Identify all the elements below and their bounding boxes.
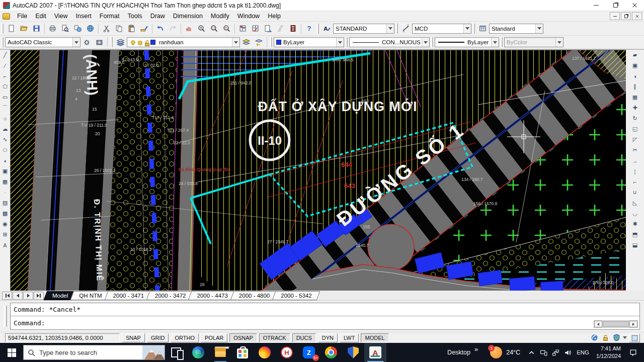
tray-volume-icon[interactable] [561,345,574,359]
pan-button[interactable] [183,23,195,34]
menu-item-modify[interactable]: Modify [207,12,233,21]
taskbar-antivirus-icon[interactable] [342,343,364,362]
restore-button[interactable] [606,0,625,11]
linetype-dropdown[interactable]: CON...NUOUS [349,37,430,47]
draw-hatch-button[interactable]: ▨ [1,198,10,208]
status-toggle-otrack[interactable]: OTRACK [259,333,290,342]
toolbar-grip[interactable] [2,24,4,34]
layout-tab-2000-4800[interactable]: 2000 - 4800 [232,291,277,300]
table-style-icon[interactable] [477,23,489,34]
new-button[interactable] [6,23,17,34]
status-toggle-dyn[interactable]: DYN [318,333,338,342]
taskbar-h-app-icon[interactable]: H [276,343,298,362]
desktop-toolbar-label[interactable]: Desktop [447,349,470,356]
toolbar-grip[interactable] [2,37,4,47]
menu-item-edit[interactable]: Edit [31,12,50,21]
layout-tab-2000-5342[interactable]: 2000 - 5342 [274,291,318,300]
draw-polyline-button[interactable]: ⌐ [1,71,10,81]
lineweight-dropdown[interactable]: ByLayer [435,37,499,47]
minimize-button[interactable] [587,0,606,11]
modify-erase-button[interactable]: ▰ [630,50,640,60]
start-button[interactable] [0,343,23,362]
action-center-icon[interactable] [627,345,639,359]
layer-dropdown[interactable]: ranhduan [127,37,240,47]
tab-first-button[interactable] [2,292,12,300]
status-menu-arrow[interactable] [623,336,627,339]
menu-item-tools[interactable]: Tools [123,12,146,21]
web-button[interactable] [85,23,96,34]
status-toggle-model[interactable]: MODEL [361,333,388,342]
draw-insert-block-button[interactable]: ▣ [1,166,10,176]
taskbar-edge-icon[interactable] [187,343,209,362]
draw-multiline-text-button[interactable]: A [1,240,10,250]
modify-move-button[interactable]: ✚ [630,103,640,113]
toolbar-grip[interactable] [346,37,348,47]
modify-chamfer-button[interactable]: ◺ [630,198,640,208]
model-canvas[interactable]: ĐẤT Ở XÂY DỰNG MỚI II-10 ĐƯỜNG SỐ 1 (ÁNH… [10,50,626,291]
draw-circle-button[interactable]: ○ [1,113,10,124]
doc-restore-button[interactable] [621,12,631,20]
tray-network-icon[interactable] [549,345,561,359]
toolbar-overflow-chevron[interactable]: » [474,345,478,353]
status-toggle-snap[interactable]: SNAP [122,333,145,342]
taskbar-file-explorer-icon[interactable] [209,343,231,362]
modify-rotate-button[interactable]: ↻ [630,113,640,124]
save-workspace-button[interactable] [94,37,105,48]
zoom-previous-button[interactable] [221,23,232,34]
tray-chevron-up-icon[interactable] [525,345,537,359]
modify-scale-button[interactable]: ◱ [630,124,640,134]
taskbar-clock[interactable]: 7:41 AM 1/12/2024 [596,345,621,360]
draw-revision-cloud-button[interactable]: ☁ [1,124,10,134]
modify-extend-button[interactable]: → [630,155,640,166]
modify-offset-button[interactable]: ∥ [630,81,640,92]
draw-region-button[interactable]: ◉ [1,219,10,229]
draw-point-button[interactable]: · [1,187,10,198]
dim-style-dropdown[interactable]: MCD [412,24,471,34]
toolbar-grip[interactable] [270,37,272,47]
modify-fillet-button[interactable]: ◡ [630,208,640,219]
scroll-thumb[interactable] [603,321,629,327]
toolbar-grip[interactable] [111,37,113,47]
menu-item-file[interactable]: File [13,12,31,21]
color-dropdown[interactable]: ByLayer [274,37,344,47]
draw-ellipse-arc-button[interactable]: ◖ [1,155,10,166]
status-toggle-osnap[interactable]: OSNAP [229,333,257,342]
tab-last-button[interactable] [34,292,44,300]
draw-spline-button[interactable]: ∿ [1,134,10,145]
layout-tab-2000-3471[interactable]: 2000 - 3471 [106,291,151,300]
layout-tab-2000-3472[interactable]: 2000 - 3472 [148,291,193,300]
modify-break-button[interactable]: ⌐ [630,176,640,187]
draw-table-button[interactable]: ⊞ [1,229,10,240]
publish-button[interactable] [72,23,84,34]
taskbar-search-input[interactable]: Type here to search [23,345,165,360]
status-toggle-ortho[interactable]: ORTHO [171,333,199,342]
modify-array-button[interactable]: ▦ [630,92,640,103]
layout-tab-2000-4473[interactable]: 2000 - 4473 [190,291,234,300]
status-toggle-polar[interactable]: POLAR [201,333,227,342]
status-toggle-grid[interactable]: GRID [147,333,169,342]
layer-previous-button[interactable] [253,37,265,48]
sheetset-manager-button[interactable] [237,23,249,34]
text-style-dropdown[interactable]: STANDARD [333,24,394,34]
command-window-grip[interactable] [4,306,7,327]
command-hscrollbar[interactable] [594,320,638,328]
dim-style-icon[interactable] [400,23,412,34]
menu-item-draw[interactable]: Draw [146,12,169,21]
taskbar-zalo-icon[interactable]: Z5+ [298,343,320,362]
draw-polygon-button[interactable]: ⬠ [1,81,10,92]
plot-preview-button[interactable] [59,23,71,34]
workspace-settings-button[interactable] [81,37,93,48]
taskbar-autocad-icon[interactable]: A [364,343,386,362]
modify-copy-button[interactable]: ▣ [630,60,640,71]
quickcalc-button[interactable] [287,23,299,34]
toolbar-grip[interactable] [501,37,503,47]
match-properties-button[interactable] [138,23,150,34]
draw-ellipse-button[interactable]: ⬭ [1,145,10,155]
taskbar-firefox-icon[interactable] [254,343,276,362]
modify-explode-button[interactable]: ✱ [630,219,640,229]
undo-button[interactable] [154,23,166,34]
redo-button[interactable] [167,23,179,34]
tray-devices-icon[interactable] [537,345,549,359]
table-style-dropdown[interactable]: Standard [489,24,543,34]
taskbar-store-icon[interactable] [231,343,254,362]
